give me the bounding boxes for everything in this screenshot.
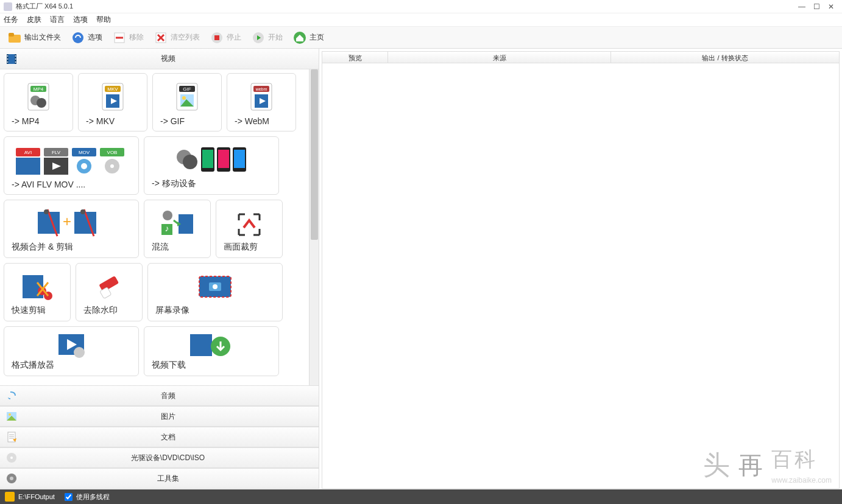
svg-text:GIF: GIF — [183, 86, 191, 92]
tile-avi-etc[interactable]: AVI FLV MOV VOB -> AVI FLV MOV .... — [4, 136, 139, 195]
maximize-button[interactable]: ☐ — [809, 0, 824, 13]
tile-mp4[interactable]: MP4 -> MP4 — [4, 73, 73, 131]
task-list-pane: 预览 来源 输出 / 转换状态 头 再 百科 www.zaibaike.com — [319, 49, 842, 489]
tile-crop[interactable]: 画面裁剪 — [216, 200, 283, 258]
col-preview[interactable]: 预览 — [322, 52, 388, 63]
stop-button[interactable]: 停止 — [206, 29, 245, 46]
svg-rect-65 — [234, 150, 245, 168]
video-category-icon — [5, 52, 18, 66]
svg-text:MOV: MOV — [79, 150, 90, 155]
svg-point-18 — [7, 61, 9, 63]
category-audio[interactable]: 音频 — [0, 385, 319, 406]
svg-rect-9 — [214, 35, 219, 40]
category-pane: 视频 MP4 -> MP4 MKV -> MKV GIF -> GIF webm — [0, 49, 319, 489]
tile-player-label: 格式播放器 — [9, 360, 133, 371]
title-bar: 格式工厂 X64 5.0.1 — ☐ ✕ — [0, 0, 842, 13]
tile-screen-record-label: 屏幕录像 — [153, 305, 277, 316]
menu-options[interactable]: 选项 — [73, 15, 88, 25]
svg-point-53 — [81, 163, 87, 169]
svg-text:webm: webm — [255, 87, 267, 91]
svg-point-73 — [163, 211, 172, 220]
menu-help[interactable]: 帮助 — [96, 15, 111, 25]
clear-list-button[interactable]: 清空列表 — [150, 29, 203, 46]
svg-point-59 — [183, 155, 197, 169]
tile-webm[interactable]: webm -> WebM — [227, 73, 296, 131]
tile-remove-watermark-label: 去除水印 — [81, 305, 137, 316]
tile-mux[interactable]: ♪ 混流 — [144, 200, 211, 258]
tiles-scrollbar[interactable] — [309, 69, 319, 385]
menu-task[interactable]: 任务 — [4, 15, 18, 25]
status-folder-icon[interactable] — [5, 492, 15, 502]
folder-icon — [7, 30, 22, 45]
clear-label: 清空列表 — [171, 32, 200, 43]
svg-point-72 — [80, 209, 85, 214]
category-optical[interactable]: 光驱设备\DVD\CD\ISO — [0, 447, 319, 468]
clear-icon — [154, 30, 168, 45]
remove-label: 移除 — [129, 32, 144, 43]
home-button[interactable]: 主页 — [289, 29, 328, 46]
svg-point-20 — [15, 58, 16, 60]
tile-quick-cut-label: 快速剪辑 — [9, 305, 65, 316]
svg-point-104 — [10, 477, 13, 480]
category-document[interactable]: 文档 — [0, 427, 319, 447]
watermark-sub: 百科 — [771, 446, 832, 474]
tile-gif-label: -> GIF — [158, 116, 216, 126]
options-label: 选项 — [88, 32, 102, 43]
svg-rect-1 — [9, 33, 14, 37]
svg-point-102 — [10, 457, 13, 459]
multithread-checkbox[interactable] — [65, 493, 73, 501]
col-output-status[interactable]: 输出 / 转换状态 — [611, 52, 839, 63]
video-download-icon — [149, 331, 274, 360]
tile-remove-watermark[interactable]: 去除水印 — [76, 263, 143, 321]
list-body: 头 再 百科 www.zaibaike.com — [322, 63, 840, 489]
category-image[interactable]: 图片 — [0, 406, 319, 427]
tile-mobile[interactable]: -> 移动设备 — [144, 136, 279, 195]
tile-crop-label: 画面裁剪 — [221, 242, 277, 253]
svg-point-17 — [7, 58, 9, 60]
svg-text:♪: ♪ — [165, 223, 169, 233]
tile-video-download[interactable]: 视频下载 — [144, 326, 279, 376]
avi-etc-icon: AVI FLV MOV VOB — [9, 142, 133, 180]
mkv-icon: MKV — [83, 79, 142, 116]
svg-point-16 — [7, 55, 9, 57]
output-folder-button[interactable]: 输出文件夹 — [4, 29, 65, 46]
menu-language[interactable]: 语言 — [50, 15, 65, 25]
col-source[interactable]: 来源 — [388, 52, 611, 63]
tile-gif[interactable]: GIF -> GIF — [152, 73, 222, 131]
scrollbar-thumb[interactable] — [311, 69, 318, 240]
mp4-icon: MP4 — [9, 79, 68, 116]
output-folder-label: 输出文件夹 — [24, 32, 61, 43]
home-icon — [292, 30, 307, 45]
tile-mobile-label: -> 移动设备 — [149, 178, 274, 189]
options-button[interactable]: 选项 — [67, 29, 106, 46]
category-tools-label: 工具集 — [22, 474, 314, 484]
remove-button[interactable]: 移除 — [108, 29, 147, 46]
toolbar: 输出文件夹 选项 移除 清空列表 停止 开始 主页 — [0, 27, 842, 49]
player-icon — [9, 331, 133, 360]
svg-text:MP4: MP4 — [34, 86, 44, 92]
minimize-button[interactable]: — — [794, 0, 809, 13]
tile-merge-edit[interactable]: + 视频合并 & 剪辑 — [4, 200, 139, 258]
output-path[interactable]: E:\FFOutput — [18, 493, 55, 500]
tile-mkv[interactable]: MKV -> MKV — [78, 73, 147, 131]
start-button[interactable]: 开始 — [247, 29, 286, 46]
tile-mkv-label: -> MKV — [83, 116, 142, 126]
category-video[interactable]: 视频 — [0, 49, 319, 69]
tile-screen-record[interactable]: 屏幕录像 — [147, 263, 283, 321]
svg-point-19 — [15, 55, 16, 57]
menu-skin[interactable]: 皮肤 — [27, 15, 41, 25]
tile-quick-cut[interactable]: 快速剪辑 — [4, 263, 71, 321]
tile-merge-edit-label: 视频合并 & 剪辑 — [9, 242, 133, 253]
play-icon — [251, 30, 266, 45]
category-tools[interactable]: 工具集 — [0, 468, 319, 489]
tile-avi-etc-label: -> AVI FLV MOV .... — [9, 180, 133, 189]
mobile-icon — [149, 142, 274, 178]
svg-rect-45 — [16, 158, 40, 175]
video-tiles: MP4 -> MP4 MKV -> MKV GIF -> GIF webm ->… — [0, 69, 309, 385]
screen-record-icon — [153, 268, 277, 305]
tile-player[interactable]: 格式播放器 — [4, 326, 139, 376]
svg-point-94 — [9, 413, 11, 416]
svg-point-2 — [73, 32, 83, 43]
image-category-icon — [5, 410, 18, 423]
close-button[interactable]: ✕ — [824, 0, 838, 13]
